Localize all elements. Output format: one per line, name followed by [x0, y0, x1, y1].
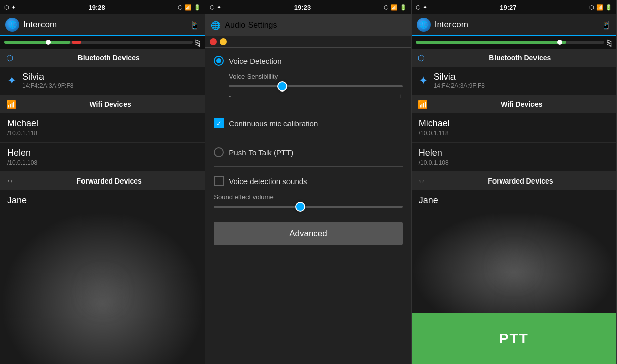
- eq-icon-1[interactable]: ⧎: [195, 38, 201, 47]
- status-right-icons-1: ⬡ 📶 🔋: [178, 4, 201, 11]
- michael-name-3: Michael: [419, 118, 609, 129]
- status-right-3: ⬡ 📶 🔋: [589, 4, 612, 11]
- device-michael-3[interactable]: Michael /10.0.1.118: [412, 113, 616, 143]
- push-to-talk-label: Push To Talk (PTT): [229, 148, 293, 157]
- device-silvia-1[interactable]: ✦ Silvia 14:F4:2A:3A:9F:F8: [0, 67, 205, 95]
- helen-name-3: Helen: [419, 148, 609, 158]
- status-left-2: ⬡ ✦: [210, 4, 221, 11]
- audio-title-bar: 🌐 Audio Settings: [205, 14, 410, 36]
- sound-effect-section: Sound effect volume: [214, 193, 402, 210]
- app-icon-2: 🌐: [211, 21, 221, 30]
- sound-effect-fill: [214, 206, 299, 208]
- advanced-button[interactable]: Advanced: [214, 222, 402, 245]
- michael-name-1: Michael: [7, 118, 198, 129]
- minimize-dot[interactable]: [220, 38, 227, 46]
- voice-sensibility-limits: - +: [229, 93, 402, 100]
- status-bar-1: ⬡ ✦ 19:28 ⬡ 📶 🔋: [0, 0, 205, 14]
- volume-thumb-3[interactable]: [557, 40, 562, 45]
- michael-sub-1: /10.0.1.118: [7, 130, 198, 137]
- volume-bar-1[interactable]: ⧎: [0, 36, 205, 49]
- silvia-sub-3: 14:F4:2A:3A:9F:F8: [434, 82, 485, 89]
- ptt-label: PTT: [499, 331, 529, 347]
- app-title-3: Intercom: [435, 20, 597, 30]
- volume-fill-green-3: [416, 41, 567, 44]
- status-left-icons: ⬡ ✦: [4, 4, 16, 11]
- wifi-section-icon-1: 📶: [6, 100, 16, 109]
- silvia-name-3: Silvia: [434, 72, 485, 82]
- wifi-section-icon-3: 📶: [418, 100, 428, 109]
- device-jane-3[interactable]: Jane: [412, 190, 616, 211]
- status-time-2: 19:23: [294, 4, 311, 11]
- status-time-1: 19:28: [89, 4, 105, 11]
- device-helen-3[interactable]: Helen /10.0.1.108: [412, 143, 616, 172]
- sound-effect-track[interactable]: [214, 206, 402, 208]
- avatar-area-3: [412, 211, 616, 313]
- wifi-section-header-3: 📶 Wifi Devices: [412, 95, 616, 113]
- app-icon-3: 🌐: [417, 18, 431, 32]
- forward-section-icon-3: ↔: [418, 176, 426, 186]
- push-to-talk-radio[interactable]: [214, 147, 224, 157]
- push-to-talk-row[interactable]: Push To Talk (PTT): [214, 147, 402, 157]
- panel-1: ⬡ ✦ 19:28 ⬡ 📶 🔋 🌐 Intercom 📱 ⧎ ⬡ Bluetoo…: [0, 0, 205, 364]
- bluetooth-section-header-1: ⬡ Bluetooth Devices: [0, 49, 205, 67]
- status-right-2: ⬡ 📶 🔋: [384, 4, 407, 11]
- helen-sub-3: /10.0.1.108: [419, 159, 609, 166]
- battery-icon-1: 🔋: [194, 4, 201, 11]
- device-jane-1[interactable]: Jane: [0, 190, 205, 211]
- volume-track-3[interactable]: [416, 41, 604, 44]
- device-silvia-3[interactable]: ✦ Silvia 14:F4:2A:3A:9F:F8: [412, 67, 616, 95]
- continuous-mic-checkbox[interactable]: [214, 118, 224, 128]
- jane-name-3: Jane: [419, 195, 609, 206]
- helen-sub-1: /10.0.1.108: [7, 159, 198, 166]
- divider-2: [214, 138, 402, 138]
- voice-sensibility-thumb[interactable]: [277, 81, 287, 92]
- volume-fill-green-1: [4, 41, 70, 44]
- voice-sounds-label: Voice detection sounds: [229, 177, 307, 186]
- volume-bar-3[interactable]: ⧎: [412, 36, 616, 49]
- battery-2: 🔋: [400, 4, 407, 11]
- wifi-section-label-3: Wifi Devices: [433, 100, 610, 108]
- silvia-info-3: Silvia 14:F4:2A:3A:9F:F8: [434, 72, 485, 89]
- voice-sensibility-section: Voice Sensibililty - +: [214, 73, 402, 100]
- audio-content: Voice Detection Voice Sensibililty - + C…: [205, 48, 410, 364]
- divider-1: [214, 109, 402, 109]
- bluetooth-status-icon-1: ⬡: [178, 4, 183, 11]
- voice-detection-radio[interactable]: [214, 56, 224, 66]
- panel-3: ⬡ ✦ 19:27 ⬡ 📶 🔋 🌐 Intercom 📱 ⧎ ⬡ Bluetoo…: [412, 0, 617, 364]
- device-helen-1[interactable]: Helen /10.0.1.108: [0, 143, 205, 172]
- ptt-button[interactable]: PTT: [412, 313, 616, 364]
- volume-fill-red-1: [72, 41, 81, 44]
- volume-track-1[interactable]: [4, 41, 193, 44]
- bt-device-icon-3: ✦: [419, 74, 428, 87]
- silvia-info-1: Silvia 14:F4:2A:3A:9F:F8: [22, 72, 73, 89]
- audio-title: Audio Settings: [225, 21, 277, 30]
- sound-effect-label: Sound effect volume: [214, 193, 402, 201]
- phone-icon-3: 📱: [601, 20, 611, 30]
- wifi-status-icon-1: 📶: [185, 4, 192, 11]
- close-dot[interactable]: [210, 38, 217, 46]
- voice-detection-row[interactable]: Voice Detection: [214, 56, 402, 66]
- device-michael-1[interactable]: Michael /10.0.1.118: [0, 113, 205, 143]
- voice-sounds-checkbox[interactable]: [214, 176, 224, 186]
- star-icon-3: ✦: [423, 4, 427, 11]
- star-icon: ✦: [11, 4, 16, 11]
- title-bar-1: 🌐 Intercom 📱: [0, 14, 205, 36]
- status-bar-3: ⬡ ✦ 19:27 ⬡ 📶 🔋: [412, 0, 616, 14]
- bt-status-2: ⬡: [384, 4, 389, 11]
- continuous-mic-row[interactable]: Continuous mic calibration: [214, 118, 402, 128]
- usb-icon-2: ⬡: [210, 4, 215, 11]
- voice-sounds-row[interactable]: Voice detection sounds: [214, 176, 402, 186]
- eq-icon-3[interactable]: ⧎: [606, 38, 612, 47]
- avatar-area-1: [0, 211, 205, 364]
- bt-status-3: ⬡: [589, 4, 594, 11]
- title-bar-3: 🌐 Intercom 📱: [412, 14, 616, 36]
- helen-name-1: Helen: [7, 148, 198, 158]
- voice-sensibility-track[interactable]: [229, 85, 402, 87]
- forwarded-section-label-3: Forwarded Devices: [431, 177, 610, 185]
- app-title-1: Intercom: [23, 20, 186, 30]
- usb-icon-3: ⬡: [416, 4, 421, 11]
- sound-effect-thumb[interactable]: [295, 202, 305, 212]
- bluetooth-device-icon-1: ✦: [7, 74, 16, 87]
- status-time-3: 19:27: [500, 4, 516, 11]
- volume-thumb-1[interactable]: [46, 40, 51, 45]
